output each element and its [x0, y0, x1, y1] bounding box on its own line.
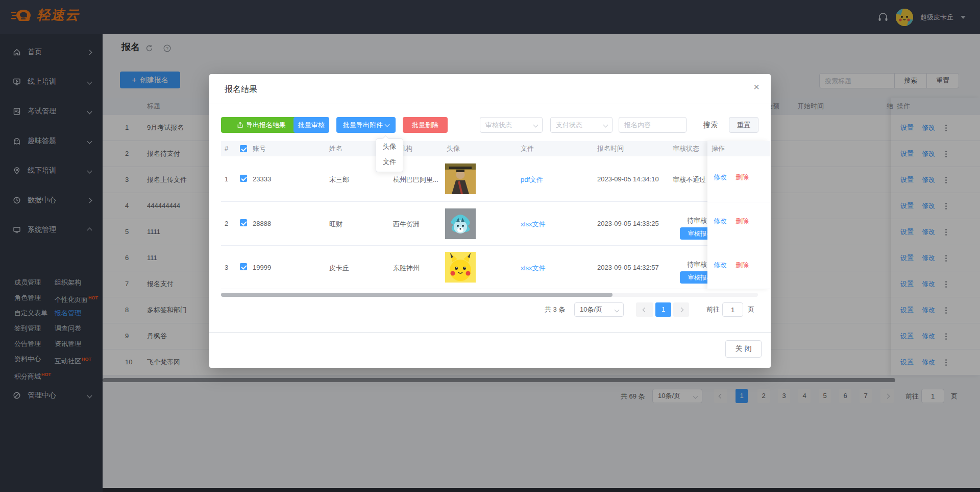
modal-table-row: 2 28888 旺财 西牛贺洲 xlsx文件 2023-09-05 14:33:…: [221, 202, 770, 246]
cell-status: 待审核: [687, 260, 707, 269]
cell-org: 西牛贺洲: [393, 220, 420, 229]
edit-link[interactable]: 修改: [714, 173, 727, 182]
app-root: 轻速云: [0, 0, 980, 492]
song-sanlang-avatar[interactable]: [445, 163, 476, 194]
modal-footer-divider: [209, 332, 771, 333]
chevron-down-icon: [615, 308, 620, 313]
close-icon[interactable]: ×: [753, 81, 760, 93]
col-status: 审核状态: [673, 141, 706, 156]
cell-account: 28888: [253, 220, 271, 227]
modal-next-page-button[interactable]: [673, 302, 689, 317]
modal-title: 报名结果: [225, 84, 257, 95]
col-account: 账号: [253, 141, 266, 156]
modal-search-button[interactable]: 搜索: [703, 121, 718, 130]
cell-account: 23333: [253, 175, 271, 183]
modal-table-row: 1 23333 宋三郎 杭州巴巴阿里... pdf文件 2023-09-05 1…: [221, 156, 770, 202]
pikachu-avatar[interactable]: [445, 252, 476, 283]
delete-link[interactable]: 删除: [736, 261, 749, 270]
modal-page-unit-label: 页: [748, 305, 754, 314]
col-name: 姓名: [329, 141, 342, 156]
cell-name: 旺财: [329, 220, 342, 229]
review-status-select[interactable]: 审核状态: [480, 117, 543, 133]
cell-org: 东胜神州: [393, 264, 420, 273]
modal-goto-label: 前往: [706, 305, 720, 314]
modal-goto-page-input[interactable]: [722, 302, 743, 317]
cell-status: 待审核: [687, 216, 707, 225]
batch-delete-button[interactable]: 批量删除: [403, 117, 448, 133]
content-search-input[interactable]: [619, 117, 687, 133]
edit-link[interactable]: 修改: [714, 261, 727, 270]
row-index: 1: [225, 175, 228, 183]
col-index: #: [225, 141, 228, 156]
col-file: 文件: [521, 141, 534, 156]
dropdown-item-avatar[interactable]: 头像: [376, 139, 403, 154]
modal-table-header: # 账号 姓名 机构 头像 文件 报名时间 审核状态: [221, 141, 770, 156]
modal-pagination-total: 共 3 条: [545, 305, 565, 314]
row-index: 2: [225, 220, 228, 227]
chevron-down-icon: [533, 123, 538, 128]
batch-review-button[interactable]: 批量审核: [293, 117, 329, 133]
modal-close-button[interactable]: 关 闭: [725, 340, 762, 358]
export-icon: [237, 122, 243, 128]
modal-fixed-actions-column: 操作 修改 删除 修改 删除 修改 删除: [707, 141, 770, 289]
file-link[interactable]: pdf文件: [521, 175, 543, 184]
row-index: 3: [225, 264, 228, 271]
cell-org: 杭州巴巴阿里...: [393, 175, 448, 184]
cell-time: 2023-09-05 14:32:57: [597, 264, 659, 271]
row-checkbox[interactable]: [240, 175, 247, 182]
cell-account: 19999: [253, 264, 271, 271]
select-all-checkbox[interactable]: [240, 145, 247, 152]
cell-name: 宋三郎: [329, 175, 349, 184]
export-results-button[interactable]: 导出报名结果: [221, 117, 302, 133]
cell-name: 皮卡丘: [329, 264, 349, 273]
dropdown-item-file[interactable]: 文件: [376, 154, 403, 170]
file-link[interactable]: xlsx文件: [521, 220, 545, 229]
modal-reset-button[interactable]: 重置: [729, 117, 758, 133]
batch-export-attachments-button[interactable]: 批量导出附件: [336, 117, 396, 133]
modal-hscroll-thumb[interactable]: [221, 293, 612, 297]
delete-link[interactable]: 删除: [736, 217, 749, 226]
chevron-down-icon: [385, 122, 390, 127]
modal-table-row: 3 19999 皮卡丘 东胜神州 xlsx文件 2023-09-05 14:32…: [221, 246, 770, 289]
file-link[interactable]: xlsx文件: [521, 264, 545, 273]
modal-page-button-1[interactable]: 1: [655, 302, 671, 317]
col-avatar: 头像: [447, 141, 460, 156]
col-time: 报名时间: [597, 141, 624, 156]
cell-time: 2023-09-05 14:33:25: [597, 220, 659, 227]
cell-time: 2023-09-05 14:34:10: [597, 175, 659, 183]
delete-link[interactable]: 删除: [736, 173, 749, 182]
registration-results-modal: 报名结果 × 导出报名结果 批量审核 批量导出附件 批量删除 审核状态 支付状态…: [209, 74, 771, 368]
row-checkbox[interactable]: [240, 263, 247, 270]
modal-prev-page-button[interactable]: [636, 302, 653, 317]
modal-header-divider: [209, 104, 771, 104]
chevron-down-icon: [603, 123, 608, 128]
batch-export-dropdown: 头像 文件: [376, 138, 403, 172]
edit-link[interactable]: 修改: [714, 217, 727, 226]
pay-status-select[interactable]: 支付状态: [550, 117, 612, 133]
wangcai-avatar[interactable]: [445, 208, 476, 239]
col-actions: 操作: [707, 141, 770, 156]
row-checkbox[interactable]: [240, 219, 247, 226]
modal-page-size-select[interactable]: 10条/页: [574, 302, 624, 317]
